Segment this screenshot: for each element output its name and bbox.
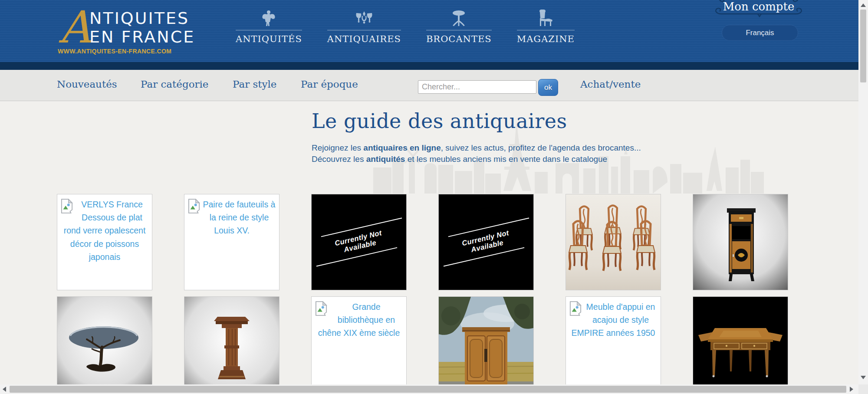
link-achat-vente[interactable]: Achat/vente — [580, 79, 641, 90]
logo-initial: A — [59, 5, 91, 49]
broken-image-icon — [188, 199, 200, 215]
nav-item-magazine[interactable]: MAGAZINE — [517, 9, 575, 44]
nav-item-brocantes[interactable]: BROCANTES — [426, 9, 492, 44]
scroll-up-arrow[interactable] — [861, 3, 866, 7]
nav-item-antiquaires[interactable]: ANTIQUAIRES — [327, 9, 401, 44]
link-par-style[interactable]: Par style — [233, 79, 276, 90]
cherub-icon — [261, 9, 276, 27]
product-photo-armoire[interactable] — [438, 296, 534, 393]
intro-line-2: Découvrez les antiquités et les meubles … — [312, 154, 607, 164]
product-card-unavailable[interactable]: Currently Not Available — [438, 194, 534, 290]
nav-label: BROCANTES — [426, 34, 492, 44]
vertical-scroll-thumb[interactable] — [860, 10, 866, 82]
nav-divider — [327, 30, 401, 30]
header-bottom-strip — [0, 62, 858, 70]
nav-item-antiquites[interactable]: ANTIQUITÉS — [236, 9, 302, 44]
armchair-icon — [538, 9, 553, 27]
image-alt-text: Grande bibliothèque en chêne XIX ème siè… — [314, 300, 404, 340]
logo-line2: EN FRANCE — [89, 27, 195, 46]
main-nav: ANTIQUITÉS A — [236, 9, 575, 44]
nav-divider — [236, 30, 302, 30]
product-photo-table-leaves[interactable] — [693, 296, 788, 393]
secondary-nav: Nouveautés Par catégorie Par style Par é… — [0, 70, 858, 101]
nav-divider — [517, 30, 575, 30]
logo-line1: NTIQUITES — [89, 9, 189, 28]
nav-label: MAGAZINE — [517, 34, 575, 44]
vertical-scrollbar[interactable] — [858, 0, 868, 394]
scroll-down-arrow[interactable] — [861, 376, 866, 379]
scrollbar-corner — [858, 384, 868, 394]
search-input[interactable] — [418, 80, 536, 94]
product-card-verlys[interactable]: VERLYS France Dessous de plat rond verre… — [57, 194, 152, 290]
product-photo-pedestal-column[interactable] — [184, 296, 279, 393]
link-par-epoque[interactable]: Par époque — [301, 79, 358, 90]
pedestal-table-icon — [450, 9, 467, 27]
image-alt-text: Meuble d'appui en acajou de style EMPIRE… — [569, 300, 658, 340]
product-card-meuble-appui[interactable]: Meuble d'appui en acajou de style EMPIRE… — [566, 296, 661, 393]
not-available-stamp: Currently Not Available — [445, 225, 527, 259]
product-photo-six-chairs[interactable] — [566, 194, 661, 290]
language-label: Français — [746, 29, 774, 37]
nav-divider — [426, 30, 492, 30]
horizontal-scrollbar[interactable] — [0, 384, 858, 394]
sconces-icon — [355, 9, 374, 27]
page-title: Le guide des antiquaires — [312, 109, 567, 133]
scroll-left-arrow[interactable] — [3, 387, 6, 392]
search-submit-label: ok — [544, 83, 552, 92]
logo-url: WWW.ANTIQUITES-EN-FRANCE.COM — [58, 48, 171, 55]
image-alt-text: Paire de fauteuils à la reine de style L… — [187, 198, 276, 237]
link-nouveautes[interactable]: Nouveautés — [57, 79, 117, 90]
link-par-categorie[interactable]: Par catégorie — [141, 79, 208, 90]
site-logo[interactable]: A NTIQUITES EN FRANCE WWW.ANTIQUITES-EN-… — [56, 0, 199, 62]
image-alt-text: VERLYS France Dessous de plat rond verre… — [60, 198, 149, 263]
site-header: A NTIQUITES EN FRANCE WWW.ANTIQUITES-EN-… — [0, 0, 858, 62]
product-card-bibliotheque[interactable]: Grande bibliothèque en chêne XIX ème siè… — [311, 296, 407, 393]
horizontal-scroll-thumb[interactable] — [10, 386, 846, 393]
product-photo-tree-table[interactable] — [57, 296, 152, 393]
my-account-label: Mon compte — [711, 0, 806, 13]
nav-label: ANTIQUITÉS — [236, 34, 302, 44]
intro-line-1: Rejoignez les antiquaires en ligne, suiv… — [312, 143, 641, 153]
scroll-right-arrow[interactable] — [850, 387, 853, 392]
language-button[interactable]: Français — [722, 25, 798, 41]
broken-image-icon — [315, 301, 327, 318]
broken-image-icon — [61, 199, 73, 215]
product-card-unavailable[interactable]: Currently Not Available — [311, 194, 407, 290]
search-submit-button[interactable]: ok — [538, 79, 558, 96]
my-account-button[interactable]: Mon compte — [711, 0, 806, 21]
not-available-stamp: Currently Not Available — [318, 225, 400, 259]
nav-label: ANTIQUAIRES — [327, 34, 401, 44]
product-photo-black-cabinet[interactable] — [693, 194, 788, 290]
product-card-fauteuils[interactable]: Paire de fauteuils à la reine de style L… — [184, 194, 279, 290]
broken-image-icon — [569, 301, 582, 318]
page: A NTIQUITES EN FRANCE WWW.ANTIQUITES-EN-… — [0, 0, 858, 394]
